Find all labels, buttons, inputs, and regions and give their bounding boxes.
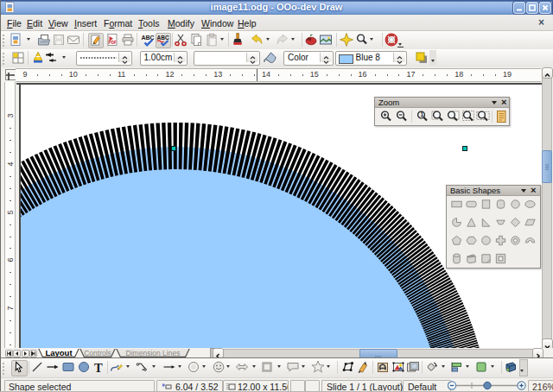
- svg-text:ABC: ABC: [141, 35, 154, 41]
- svg-text:PDF: PDF: [108, 41, 116, 45]
- svg-text:T: T: [94, 361, 103, 375]
- svg-text:1: 1: [420, 111, 423, 117]
- svg-text:ABC: ABC: [156, 34, 168, 40]
